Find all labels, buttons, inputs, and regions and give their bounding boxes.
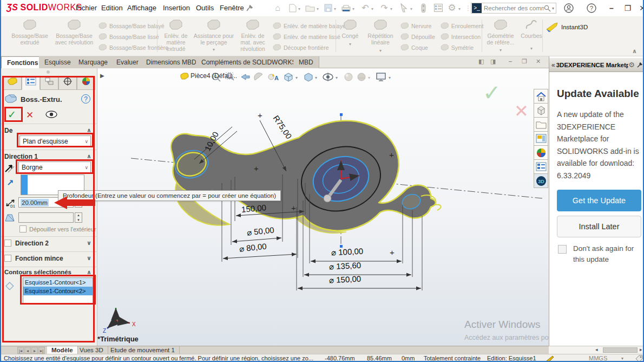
status-units[interactable]: MMGS	[589, 355, 607, 361]
ribbon-mirror-button[interactable]: Symétrie	[438, 42, 484, 53]
ribbon-fillet-button[interactable]: Congé▾	[338, 16, 363, 48]
contour-list-item[interactable]: Esquisse1-Contour<1>	[23, 278, 93, 287]
featuremanager-tab[interactable]	[3, 76, 22, 90]
ribbon-boundary-cut-button[interactable]: Découpe frontière	[271, 42, 346, 53]
minimize-button[interactable]: –	[604, 2, 619, 14]
pin-menu-icon[interactable]	[246, 4, 253, 12]
print-icon[interactable]	[341, 5, 351, 12]
doc-next-icon[interactable]: ◨	[490, 58, 496, 65]
dimension-dia150[interactable]: ⌀ 150,00	[329, 274, 362, 285]
taskpane-hscrollbar[interactable]: ◂ ▸	[549, 346, 644, 354]
ribbon-boss-sweep-button[interactable]: Bossage/Base balayé	[96, 21, 168, 31]
ribbon-cut-loft-button[interactable]: Enlèv. de matière lissé	[271, 31, 346, 42]
magnet-toggle-icon[interactable]	[421, 3, 426, 13]
undo-icon[interactable]: ↶	[359, 2, 371, 14]
ribbon-boss-extrude-button[interactable]: Bossage/Base extrudé	[8, 16, 52, 46]
open-document-icon[interactable]	[305, 4, 315, 12]
doc-previous-icon[interactable]: ◧	[478, 58, 484, 65]
ribbon-linear-pattern-button[interactable]: Répétition linéaire▾	[363, 16, 398, 54]
taskpane-view-palette-button[interactable]	[534, 131, 548, 146]
curves-caret[interactable]: ▾	[517, 46, 546, 52]
panel-grip[interactable]	[47, 70, 50, 74]
selected-contours-list[interactable]: Esquisse1-Contour<1> Esquisse1-Contour<2…	[23, 277, 93, 305]
status-sketch-icon[interactable]	[546, 355, 554, 362]
section-contours-collapse-icon[interactable]: ∧	[87, 269, 91, 276]
redo-icon[interactable]: ↷	[378, 2, 390, 14]
section-thin-feature-expand-icon[interactable]: ∨	[87, 255, 91, 262]
hscroll-left-arrow[interactable]: ◂	[595, 347, 598, 352]
undo-caret[interactable]: ▾	[371, 7, 373, 11]
print-caret[interactable]: ▾	[352, 7, 354, 11]
ribbon-reference-geometry-button[interactable]: Géométrie de référe...▾	[484, 16, 517, 54]
tab-esquisse[interactable]: Esquisse	[39, 56, 77, 68]
options-list-icon[interactable]	[434, 4, 443, 12]
dont-ask-checkbox[interactable]	[558, 245, 567, 254]
search-caret[interactable]: ▾	[552, 6, 554, 11]
fillet-caret[interactable]: ▾	[338, 41, 363, 48]
tab-marquage[interactable]: Marquage	[73, 56, 114, 68]
menu-fenetre[interactable]: Fenêtre	[220, 4, 244, 12]
dimension-dia135[interactable]: ⌀ 135,60	[329, 260, 362, 272]
hole-wizard-caret[interactable]: ▾	[193, 47, 235, 53]
ribbon-intersect-button[interactable]: Intersection	[438, 31, 484, 42]
direction2-checkbox[interactable]	[4, 240, 11, 247]
ribbon-boss-revolve-button[interactable]: Bossage/Base avec révolution	[52, 16, 96, 46]
taskpane-pin-icon[interactable]	[636, 61, 643, 68]
status-tag-icon[interactable]	[635, 355, 643, 362]
menu-fichier[interactable]: Fichier	[76, 4, 97, 12]
taskpane-home-button[interactable]	[534, 89, 548, 104]
confirm-ok-icon[interactable]: ✓	[483, 80, 501, 105]
propertymanager-tab[interactable]	[22, 76, 40, 90]
new-document-caret[interactable]: ▾	[298, 7, 300, 11]
refgeo-caret[interactable]: ▾	[484, 47, 517, 54]
cancel-button[interactable]: ✕	[26, 109, 34, 121]
restore-button[interactable]: ❐	[621, 2, 635, 14]
doc-minimize-icon[interactable]: –	[509, 58, 512, 64]
tab-etude-mouvement[interactable]: Etude de mouvement 1	[106, 346, 180, 354]
open-document-caret[interactable]: ▾	[317, 7, 319, 11]
flyout-tree-expand-icon[interactable]: ▶	[100, 73, 104, 79]
section-direction2-expand-icon[interactable]: ∨	[87, 240, 91, 247]
ribbon-wrap-button[interactable]: Enroulement	[438, 21, 484, 31]
help-icon[interactable]: ?	[587, 3, 596, 13]
ribbon-shell-button[interactable]: Coque	[398, 42, 435, 53]
tab-modele[interactable]: Modèle	[47, 346, 78, 354]
tab-dimensions-mbd[interactable]: Dimensions MBD	[141, 56, 202, 68]
help-button[interactable]: ?	[81, 94, 90, 104]
section-direction1-collapse-icon[interactable]: ∧	[87, 153, 91, 160]
ribbon-cut-sweep-button[interactable]: Enlèv. de matière balayé	[271, 21, 346, 31]
ribbon-cut-revolve-button[interactable]: Enlèv. de mat. avec révolution	[235, 16, 271, 52]
tab-scroll-first-button[interactable]: |◂	[17, 347, 24, 354]
tab-evaluer[interactable]: Evaluer	[111, 56, 144, 68]
ok-button[interactable]: ✓	[8, 108, 16, 121]
menu-affichage[interactable]: Affichage	[127, 4, 156, 12]
taskpane-collapse-icon[interactable]: «	[551, 61, 555, 69]
confirm-cancel-icon[interactable]: ✕	[514, 101, 529, 121]
tab-scroll-left-button[interactable]: ◂	[24, 347, 31, 354]
ribbon-collapse-icon[interactable]: ∧	[632, 48, 637, 55]
ribbon-rib-button[interactable]: Nervure	[398, 21, 435, 31]
get-update-button[interactable]: Get the Update	[557, 190, 641, 211]
settings-gear-icon[interactable]: ⚙	[446, 2, 458, 14]
close-button[interactable]: ✕	[635, 2, 644, 14]
hscroll-right-arrow[interactable]: ▸	[640, 347, 642, 352]
units-caret[interactable]: ▾	[621, 356, 623, 361]
ribbon-hole-wizard-button[interactable]: Assistance pour le perçage▾	[193, 16, 235, 53]
end-condition-select[interactable]: Borgne∨	[18, 161, 91, 173]
taskpane-appearances-button[interactable]	[534, 103, 548, 118]
taskpane-custom-properties-button[interactable]	[534, 159, 548, 174]
redo-caret[interactable]: ▾	[390, 7, 392, 11]
install-later-button[interactable]: Install Later	[557, 216, 641, 237]
ribbon-boss-boundary-button[interactable]: Bossage/Base frontière	[96, 42, 168, 53]
doc-restore-icon[interactable]: ❐	[522, 58, 527, 65]
ribbon-curves-button[interactable]: Courbes▾	[517, 16, 546, 52]
contour-list-item[interactable]: Esquisse1-Contour<2>	[23, 287, 93, 295]
tab-complements[interactable]: Compléments de SOLIDWORKS	[196, 56, 302, 68]
ribbon-cut-extrude-button[interactable]: Enlèv. de matière extrudé	[159, 16, 193, 52]
pattern-caret[interactable]: ▾	[363, 48, 398, 54]
settings-caret[interactable]: ▾	[458, 7, 461, 11]
search-box[interactable]: >_ Rechercher des comm ▾	[471, 3, 556, 14]
preview-eye-icon[interactable]	[45, 111, 57, 118]
menu-insertion[interactable]: Insertion	[163, 4, 190, 12]
thin-feature-checkbox[interactable]	[4, 255, 11, 262]
